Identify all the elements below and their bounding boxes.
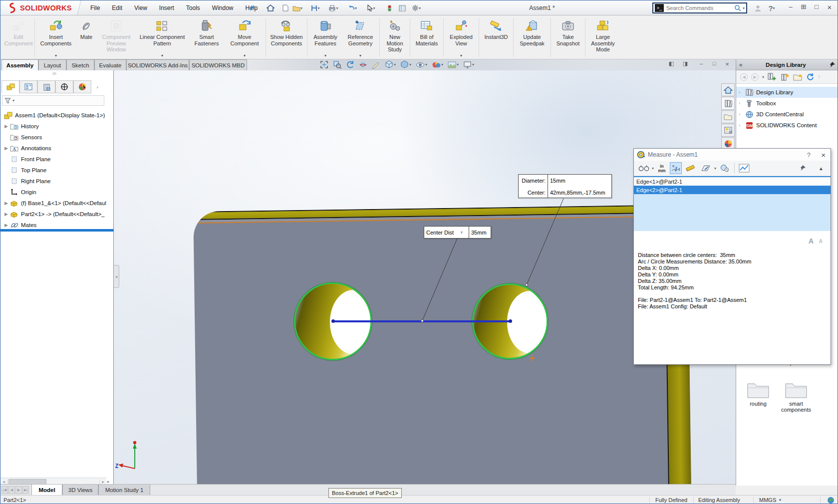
measure-selection-list[interactable]: Edge<1>@Part2-1 Edge<2>@Part2-1 [634, 176, 831, 231]
add-file-location-icon[interactable] [781, 73, 790, 81]
up-folder-icon[interactable]: ↑ [818, 73, 821, 80]
tab-solidworks-add-ins[interactable]: SOLIDWORKS Add-Ins [126, 59, 189, 70]
ribbon-show-hidden-components[interactable]: Show Hidden Components ▾ [267, 16, 306, 59]
tab-evaluate[interactable]: Evaluate [94, 59, 126, 70]
maximize-window-icon[interactable]: ⊞ [798, 3, 809, 10]
zoom-to-fit-icon[interactable] [320, 60, 328, 69]
library-item-3d-contentcentral[interactable]: › 3D ContentCentral [736, 109, 838, 120]
pin-pane-icon[interactable] [829, 61, 836, 68]
search-input[interactable] [665, 4, 734, 11]
apply-scene-icon[interactable]: ▾ [448, 61, 459, 68]
menu-insert[interactable]: Insert [153, 0, 180, 15]
file-properties-icon[interactable] [397, 2, 408, 13]
hide-show-items-icon[interactable]: ▾ [416, 61, 427, 68]
ribbon-mate[interactable]: Mate ▾ [76, 16, 97, 59]
collapse-feature-panel-handle[interactable]: ◂ [114, 265, 119, 288]
menu-file[interactable]: File [84, 0, 106, 15]
expand-arrow-icon[interactable]: ▶ [4, 212, 9, 217]
expand-arrow-icon[interactable]: › [739, 123, 745, 128]
home-icon[interactable] [265, 2, 276, 13]
tab-display-manager[interactable] [73, 80, 91, 93]
edit-appearance-icon[interactable]: ▾ [432, 61, 443, 69]
ribbon-instant3d[interactable]: Instant3D ▾ [480, 16, 512, 59]
measurement-history-icon[interactable] [719, 162, 731, 174]
select-cursor-icon[interactable]: ▾ [366, 2, 377, 13]
last-tab-icon[interactable]: ▶| [22, 486, 29, 494]
ribbon-move-component[interactable]: Move Component ▾ [225, 16, 265, 59]
center-dist-value[interactable]: 35mm [469, 227, 491, 238]
open-document-icon[interactable]: ▾ [292, 2, 303, 13]
selection-list-item-selected[interactable]: Edge<2>@Part2-1 [634, 186, 831, 194]
status-globe-icon[interactable] [827, 497, 835, 504]
tab-dimxpert-manager[interactable] [55, 80, 73, 93]
measurement-projection-icon[interactable] [700, 162, 712, 174]
arc-circle-measure-icon[interactable] [638, 162, 650, 174]
create-new-folder-icon[interactable] [793, 73, 803, 81]
units-caret-icon[interactable]: ▴ [779, 497, 781, 502]
expand-arrow-icon[interactable]: › [739, 90, 745, 95]
measure-help-icon[interactable]: ? [807, 151, 811, 159]
measure-collapse-icon[interactable]: ▲ [819, 166, 824, 171]
help-icon[interactable]: ?▾ [766, 2, 777, 13]
ribbon-take-snapshot[interactable]: Take Snapshot ▾ [552, 16, 584, 59]
measure-dialog-titlebar[interactable]: Measure - Assem1 ? × [634, 149, 831, 161]
undo-icon[interactable]: ▾ [347, 2, 358, 13]
create-sensor-icon[interactable] [738, 162, 750, 174]
task-tab-design-library[interactable] [721, 97, 735, 110]
ribbon-new-motion-study[interactable]: New Motion Study ▾ [381, 16, 409, 59]
save-icon[interactable]: ▾ [310, 2, 321, 13]
library-item-solidworks-content[interactable]: › SW SOLIDWORKS Content [736, 120, 838, 131]
tab-layout[interactable]: Layout [38, 59, 66, 70]
ribbon-reference-geometry[interactable]: Reference Geometry ▾ [342, 16, 378, 59]
expand-arrow-icon[interactable]: ▶ [4, 124, 9, 129]
tree-item-sensors[interactable]: ▶ Sensors [0, 132, 113, 143]
back-icon[interactable]: ◀ [740, 73, 748, 81]
menu-window[interactable]: Window [206, 0, 240, 15]
ribbon-update-speedpak[interactable]: ! Update Speedpak ▾ [515, 16, 550, 59]
show-xyz-measurements-icon[interactable]: xyz [670, 162, 682, 174]
font-decrease-icon[interactable]: A [819, 239, 823, 244]
close-doc-icon[interactable]: × [722, 60, 732, 68]
font-increase-icon[interactable]: A [809, 237, 814, 245]
zoom-to-area-icon[interactable] [333, 60, 341, 69]
next-tab-icon[interactable]: ▶ [15, 486, 22, 494]
tree-item-annotations[interactable]: ▶ A Annotations [0, 143, 113, 154]
tab-feature-manager[interactable] [1, 80, 19, 93]
diameter-value[interactable]: 15mm [548, 175, 611, 187]
tab-sketch[interactable]: Sketch [66, 59, 94, 70]
minimize-window-icon[interactable]: – [785, 3, 796, 10]
user-account-icon[interactable] [752, 2, 763, 13]
expand-arrow-icon[interactable]: › [739, 101, 745, 106]
view-settings-icon[interactable]: ▾ [463, 61, 474, 68]
dock-pane-right-icon[interactable]: ◨ [680, 60, 690, 67]
ribbon-component-preview-window[interactable]: Component Preview Window ▾ [97, 16, 136, 59]
restore-window-icon[interactable]: □ [811, 3, 822, 10]
task-tab-file-explorer[interactable] [721, 110, 735, 123]
ribbon-smart-fasteners[interactable]: Smart Fasteners ▾ [189, 16, 225, 59]
expand-arrow-icon[interactable]: ▶ [4, 201, 9, 206]
tree-root-assem1[interactable]: Assem1 (Default<Display State-1>) [0, 110, 113, 121]
tree-item-history[interactable]: ▶ History [0, 121, 113, 132]
panel-flyout-arrow-icon[interactable]: ▸ [107, 479, 110, 484]
measure-pin-icon[interactable] [797, 162, 809, 174]
tab-strip-overflow[interactable]: › [91, 80, 103, 93]
menu-tools[interactable]: Tools [180, 0, 206, 15]
tree-item-right-plane[interactable]: ▶ Right Plane [0, 176, 113, 187]
point-to-point-icon[interactable] [685, 162, 697, 174]
task-tab-view-palette[interactable] [721, 124, 735, 137]
ribbon-large-assembly-mode[interactable]: Large Assembly Mode ▾ [586, 16, 619, 59]
collapse-pane-icon[interactable]: « [739, 61, 743, 68]
library-item-design-library[interactable]: › Design Library [736, 87, 838, 98]
tree-item-top-plane[interactable]: ▶ Top Plane [0, 165, 113, 176]
library-item-toolbox[interactable]: › Toolbox [736, 98, 838, 109]
arc-measure-caret-icon[interactable]: ▾ [652, 166, 654, 171]
search-icon[interactable] [734, 4, 742, 12]
ribbon-assembly-features[interactable]: Assembly Features ▾ [308, 16, 342, 59]
refresh-icon[interactable] [806, 73, 814, 81]
units-precision-icon[interactable]: inmm [656, 162, 668, 174]
previous-view-icon[interactable] [346, 60, 354, 69]
tree-section-splitter[interactable] [0, 229, 114, 232]
ribbon-edit-component[interactable]: Edit Component ▾ [3, 16, 33, 59]
ribbon-insert-components[interactable]: Insert Components ▾ [36, 16, 76, 59]
section-view-icon[interactable] [359, 60, 367, 69]
